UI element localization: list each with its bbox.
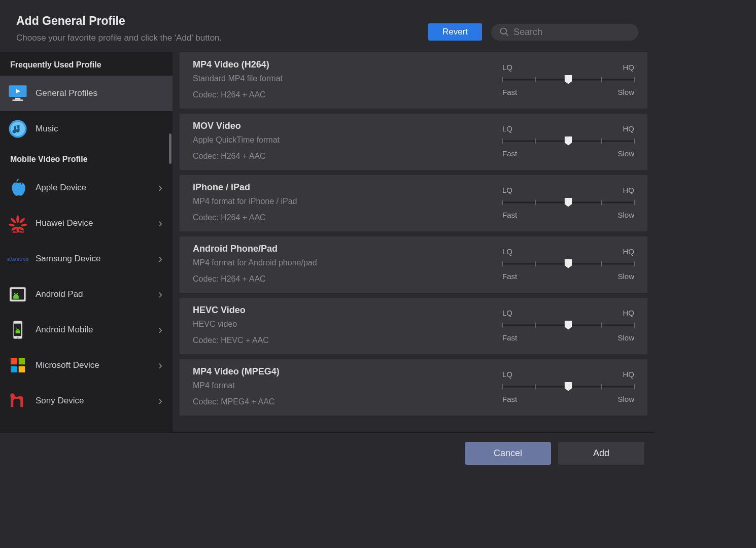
- sony-icon: [7, 390, 28, 412]
- lq-label: LQ: [502, 63, 512, 72]
- hq-label: HQ: [623, 63, 635, 72]
- hq-label: HQ: [623, 247, 635, 256]
- revert-button[interactable]: Revert: [428, 23, 482, 41]
- profile-desc: MP4 format for iPhone / iPad: [193, 197, 502, 206]
- profile-desc: HEVC video: [193, 320, 502, 329]
- svg-point-10: [19, 217, 26, 224]
- quality-slider[interactable]: LQHQ FastSlow: [502, 309, 634, 342]
- slow-label: Slow: [617, 272, 634, 281]
- hq-label: HQ: [623, 370, 635, 379]
- profile-card[interactable]: HEVC Video HEVC video Codec: HEVC + AAC …: [180, 298, 647, 354]
- profile-desc: Apple QuickTime format: [193, 135, 502, 145]
- chevron-right-icon: ›: [158, 287, 162, 301]
- lq-label: LQ: [502, 247, 512, 256]
- hq-label: HQ: [623, 309, 635, 317]
- svg-point-0: [501, 28, 507, 35]
- chevron-right-icon: ›: [158, 252, 162, 266]
- hq-label: HQ: [623, 186, 635, 194]
- svg-rect-30: [19, 358, 25, 364]
- profile-card[interactable]: MOV Video Apple QuickTime format Codec: …: [180, 114, 647, 170]
- sidebar-item-microsoft[interactable]: Microsoft Device›: [0, 348, 173, 383]
- slider-handle[interactable]: [565, 259, 572, 268]
- svg-point-20: [14, 293, 16, 294]
- sidebar-item-label: Apple Device: [36, 183, 158, 193]
- slider-handle[interactable]: [565, 321, 572, 330]
- profile-card[interactable]: iPhone / iPad MP4 format for iPhone / iP…: [180, 175, 647, 231]
- search-field[interactable]: [491, 24, 638, 41]
- quality-slider[interactable]: LQHQ FastSlow: [502, 186, 634, 219]
- sidebar-item-label: Android Pad: [36, 289, 158, 299]
- profile-desc: MP4 format: [193, 381, 502, 390]
- slow-label: Slow: [617, 149, 634, 158]
- quality-slider[interactable]: LQHQ FastSlow: [502, 247, 634, 281]
- lq-label: LQ: [502, 309, 512, 317]
- chevron-right-icon: ›: [158, 181, 162, 195]
- add-button[interactable]: Add: [558, 442, 644, 465]
- quality-slider[interactable]: LQHQ FastSlow: [502, 63, 634, 96]
- profile-codec: Codec: H264 + AAC: [193, 213, 502, 222]
- apple-icon: [7, 177, 28, 198]
- lq-label: LQ: [502, 124, 512, 133]
- svg-rect-29: [11, 358, 17, 364]
- microsoft-icon: [7, 355, 28, 376]
- svg-rect-4: [13, 99, 23, 101]
- svg-point-12: [21, 223, 27, 227]
- slider-handle[interactable]: [565, 75, 572, 84]
- quality-slider[interactable]: LQHQ FastSlow: [502, 124, 634, 158]
- sidebar-item-apple[interactable]: Apple Device›: [0, 170, 173, 206]
- slider-handle[interactable]: [565, 136, 572, 146]
- sidebar-item-samsung[interactable]: SAMSUNGSamsung Device›: [0, 241, 173, 277]
- sidebar-section-mobile: Mobile Video Profile: [0, 147, 173, 170]
- svg-point-9: [10, 217, 17, 224]
- profile-title: iPhone / iPad: [193, 182, 502, 193]
- profile-card[interactable]: Android Phone/Pad MP4 format for Android…: [180, 236, 647, 293]
- sidebar-item-label: Huawei Device: [36, 218, 158, 228]
- fast-label: Fast: [502, 88, 517, 96]
- fast-label: Fast: [502, 333, 517, 342]
- svg-point-33: [10, 393, 15, 398]
- search-input[interactable]: [513, 27, 630, 38]
- huawei-icon: HUAWEI: [7, 213, 28, 234]
- slow-label: Slow: [617, 211, 634, 219]
- svg-point-25: [17, 337, 19, 338]
- chevron-right-icon: ›: [158, 216, 162, 230]
- sidebar-item-androidpad[interactable]: Android Pad›: [0, 277, 173, 312]
- profile-list: MP4 Video (H264) Standard MP4 file forma…: [173, 52, 655, 432]
- chevron-right-icon: ›: [158, 394, 162, 408]
- slow-label: Slow: [617, 333, 634, 342]
- sidebar-item-label: General Profiles: [36, 88, 165, 98]
- sidebar-item-label: Microsoft Device: [36, 360, 158, 370]
- svg-rect-31: [11, 366, 17, 372]
- cancel-button[interactable]: Cancel: [465, 442, 551, 465]
- slider-handle[interactable]: [565, 198, 572, 207]
- sidebar-item-label: Samsung Device: [36, 254, 158, 264]
- quality-slider[interactable]: LQHQ FastSlow: [502, 370, 634, 403]
- sidebar-item-huawei[interactable]: HUAWEIHuawei Device›: [0, 206, 173, 241]
- music-icon: [7, 118, 28, 140]
- sidebar-item-monitor[interactable]: General Profiles: [0, 76, 173, 111]
- slider-handle[interactable]: [565, 382, 572, 391]
- header: Add General Profile Choose your favorite…: [0, 0, 655, 52]
- svg-point-11: [8, 223, 15, 227]
- sidebar-scrollbar[interactable]: [169, 133, 171, 164]
- chevron-right-icon: ›: [158, 358, 162, 372]
- svg-point-26: [16, 328, 17, 329]
- sidebar-item-sony[interactable]: Sony Device›: [0, 383, 173, 419]
- fast-label: Fast: [502, 395, 517, 403]
- profile-card[interactable]: MP4 Video (H264) Standard MP4 file forma…: [180, 52, 647, 109]
- sidebar-item-music[interactable]: Music: [0, 111, 173, 147]
- sidebar-item-label: Android Mobile: [36, 325, 158, 335]
- svg-text:SAMSUNG: SAMSUNG: [7, 257, 28, 262]
- profile-codec: Codec: H264 + AAC: [193, 275, 502, 284]
- svg-point-8: [16, 215, 19, 222]
- profile-card[interactable]: MP4 Video (MPEG4) MP4 format Codec: MPEG…: [180, 359, 647, 416]
- monitor-icon: [7, 83, 28, 104]
- lq-label: LQ: [502, 186, 512, 194]
- sidebar-item-androidmobile[interactable]: Android Mobile›: [0, 312, 173, 348]
- sidebar-item-label: Music: [36, 124, 165, 134]
- androidpad-icon: [7, 284, 28, 305]
- profile-title: Android Phone/Pad: [193, 244, 502, 254]
- svg-line-1: [506, 33, 508, 36]
- svg-rect-22: [13, 296, 19, 299]
- sidebar-item-label: Sony Device: [36, 396, 158, 406]
